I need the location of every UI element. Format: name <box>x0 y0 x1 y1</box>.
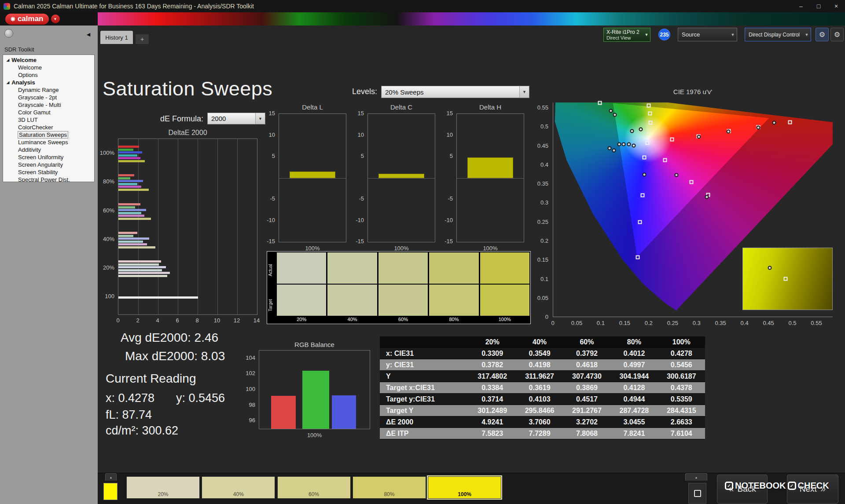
actual-swatch <box>277 252 326 284</box>
de-bar <box>118 149 133 151</box>
logo-menu-arrow-button[interactable]: ▼ <box>51 15 60 23</box>
tab-history-1[interactable]: History 1 <box>100 31 133 44</box>
x-tick-label: 0 <box>114 317 122 324</box>
swatch-level-label: 20% <box>277 316 326 323</box>
table-cell: 7.6104 <box>658 430 705 438</box>
current-x: x: 0.4278 <box>106 391 154 405</box>
table-cell: 0.4128 <box>610 384 658 392</box>
tree-section-analysis[interactable]: ◢Analysis <box>3 79 94 86</box>
gridline <box>158 139 158 314</box>
next-button[interactable]: Next » <box>787 475 838 504</box>
source-dropdown[interactable]: Source ▼ <box>678 28 737 41</box>
table-cell: 0.4012 <box>610 350 658 358</box>
swatch-column-60: 60% <box>378 252 428 323</box>
sidebar-options-button[interactable] <box>4 29 13 38</box>
meter-dropdown[interactable]: X-Rite i1Pro 2 Direct View ▼ <box>603 28 650 42</box>
x-tick-label: 0.45 <box>761 320 775 326</box>
sidebar-item-color-gamut[interactable]: Color Gamut <box>3 109 94 116</box>
current-cdm2: cd/m²: 300.62 <box>106 424 178 438</box>
pattern-ready-swatch[interactable] <box>103 483 118 500</box>
table-cell: 291.2767 <box>563 407 610 415</box>
minimize-button[interactable]: – <box>792 0 810 12</box>
settings-gear-button[interactable]: ⚙ <box>816 28 829 41</box>
table-row: Target y:CIE310.37140.41030.45170.49440.… <box>380 394 705 405</box>
sidebar-item-3d-lut[interactable]: 3D LUT <box>3 116 94 124</box>
table-cell: 0.4944 <box>610 395 658 403</box>
sidebar-item-luminance-sweeps[interactable]: Luminance Sweeps <box>3 139 94 146</box>
pattern-tray-toggle[interactable]: ▲ <box>105 473 117 481</box>
sidebar-collapse-arrow[interactable]: ◀ <box>84 31 92 38</box>
back-button[interactable]: « Back <box>717 475 768 504</box>
table-column-header: 40% <box>516 338 563 346</box>
sidebar-item-screen-uniformity[interactable]: Screen Uniformity <box>3 153 94 161</box>
de-bar <box>118 203 140 205</box>
delta-bar <box>467 157 513 178</box>
maximize-button[interactable]: □ <box>810 0 827 12</box>
sidebar-item-saturation-sweeps[interactable]: Saturation Sweeps <box>3 131 94 139</box>
de-bar <box>118 157 140 159</box>
levels-dropdown[interactable]: 20% Sweeps ▼ <box>381 86 529 98</box>
delta-h-title: Delta H <box>456 103 524 111</box>
table-cell: 317.4802 <box>469 373 516 380</box>
sidebar-item-welcome[interactable]: Welcome <box>3 64 94 71</box>
pattern-level-button-60[interactable]: 60% <box>277 476 351 499</box>
table-cell: 0.3782 <box>469 361 516 369</box>
x-tick-label: 0.2 <box>642 320 656 326</box>
measured-point <box>607 146 611 150</box>
y-tick-label: -5 <box>264 195 275 202</box>
x-tick-label: 6 <box>173 317 182 324</box>
de-formula-dropdown[interactable]: 2000 ▼ <box>207 113 265 124</box>
main-panel: Saturation Sweeps dE Formula: 2000 ▼ Lev… <box>98 44 845 504</box>
y-tick-label: 100 <box>242 386 255 392</box>
new-tab-button[interactable]: + <box>136 34 149 44</box>
table-cell: 0.4378 <box>658 384 705 392</box>
de-bar <box>118 154 137 157</box>
pattern-level-button-40[interactable]: 40% <box>202 476 275 499</box>
close-button[interactable]: × <box>827 0 845 12</box>
table-column-header: 100% <box>658 338 705 346</box>
pattern-level-button-80[interactable]: 80% <box>353 476 426 499</box>
sidebar-item-grayscale-2pt[interactable]: Grayscale - 2pt <box>3 94 94 101</box>
tree-section-welcome[interactable]: ◢Welcome <box>3 56 94 64</box>
display-control-dropdown[interactable]: Direct Display Control ▼ <box>745 28 811 41</box>
de-bar <box>118 212 141 214</box>
delta-c-title: Delta C <box>367 103 435 111</box>
sidebar-item-options[interactable]: Options <box>3 71 94 79</box>
table-row-label: ΔE 2000 <box>380 418 469 426</box>
logo-zone: ❋ calman ▼ <box>0 12 98 26</box>
tree-section-label: Analysis <box>11 79 35 86</box>
measured-point <box>705 195 709 199</box>
meter-count-badge[interactable]: 235 <box>658 29 670 40</box>
de-bar <box>118 275 167 277</box>
stop-pattern-button[interactable] <box>688 483 706 504</box>
back-chevron-icon: « <box>728 483 734 495</box>
x-tick-label: 0.15 <box>617 320 632 326</box>
table-row: Target Y301.2489295.8466291.2767287.4728… <box>380 405 705 416</box>
table-cell: 0.3792 <box>563 350 610 358</box>
swatch-column-100: 100% <box>480 252 529 323</box>
pattern-level-button-100[interactable]: 100% <box>428 476 501 499</box>
sidebar-item-spectral-power-dist[interactable]: Spectral Power Dist. <box>3 176 94 182</box>
sidebar-item-additivity[interactable]: Additivity <box>3 146 94 153</box>
rgb-bar-green <box>302 371 329 429</box>
page-title: Saturation Sweeps <box>103 77 272 100</box>
de-bar <box>118 241 143 243</box>
table-cell: 300.6187 <box>658 373 705 380</box>
sidebar-item-grayscale-multi[interactable]: Grayscale - Multi <box>3 101 94 109</box>
pattern-level-button-20[interactable]: 20% <box>126 476 200 499</box>
nav-tray-toggle[interactable]: ▲ <box>685 473 707 481</box>
delta-h-chart: Delta H 15105-5-10-15 100% <box>456 103 524 255</box>
pattern-level-buttons: 20%40%60%80%100% <box>126 476 509 499</box>
swatch-column-20: 20% <box>277 252 326 323</box>
table-row-label: y: CIE31 <box>380 361 469 369</box>
workspace-settings-button[interactable]: ⚙ <box>830 28 844 41</box>
sidebar-item-screen-angularity[interactable]: Screen Angularity <box>3 161 94 168</box>
sidebar-item-dynamic-range[interactable]: Dynamic Range <box>3 86 94 94</box>
sidebar-item-colorchecker[interactable]: ColorChecker <box>3 124 94 131</box>
calman-logo-button[interactable]: ❋ calman <box>5 14 49 25</box>
chevron-down-icon: ▼ <box>803 33 811 37</box>
sidebar-item-screen-stability[interactable]: Screen Stability <box>3 168 94 176</box>
delta-bar <box>378 174 424 178</box>
target-swatch <box>378 285 428 316</box>
de-bar <box>118 263 159 266</box>
